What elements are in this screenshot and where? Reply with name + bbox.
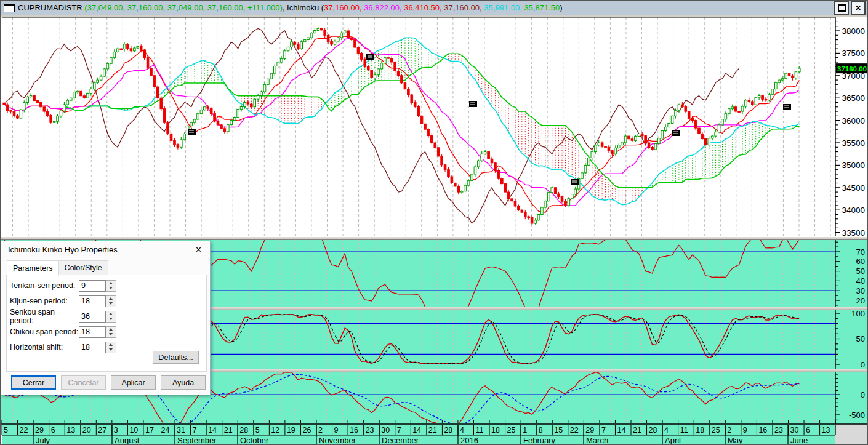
window-title: CUPRUMADISTR (37,049.00, 37,160.00, 37,0… (18, 3, 563, 12)
spinner-up-icon[interactable] (106, 296, 116, 302)
price-axis-label: 35000 (842, 161, 865, 170)
title-segment: 35,991.00, (484, 3, 524, 12)
note-marker-icon (783, 104, 791, 110)
spinner-down-icon[interactable] (106, 347, 116, 353)
price-axis-label: 34500 (842, 183, 865, 193)
week-label: 18 (696, 426, 704, 435)
horizontal-shift-label: Horizontal shift: (10, 343, 79, 351)
chart-window-icon (4, 4, 15, 12)
panel-axis-label: 30 (856, 286, 865, 295)
week-label: 2 (318, 426, 323, 435)
week-label: 5 (255, 426, 260, 435)
spinner-down-icon[interactable] (106, 286, 116, 291)
month-label: September (177, 436, 217, 445)
week-label: 2 (727, 426, 731, 435)
title-segment: 37,160.00, (324, 3, 364, 12)
panel-axis-label: 100 (851, 309, 865, 318)
title-segment: 37,160.00, (444, 3, 484, 12)
month-label: March (586, 436, 608, 445)
senkou-period-label: Senkou span period: (10, 308, 79, 325)
week-label: 28 (444, 426, 452, 435)
week-label: 4 (664, 426, 669, 435)
cerrar-button[interactable]: Cerrar (11, 375, 56, 390)
week-label: 29 (585, 426, 594, 435)
close-button[interactable]: ✕ (851, 1, 866, 15)
note-marker-icon (366, 54, 374, 60)
week-label: 7 (193, 426, 197, 435)
title-segment: CUPRUMADISTR (18, 3, 84, 12)
week-label: 17 (145, 426, 154, 435)
chikou-period-label: Chikou span period: (10, 327, 79, 336)
chikou-period-value[interactable]: 18 (79, 326, 106, 338)
week-label: 21 (428, 426, 437, 435)
price-axis-label: 34000 (842, 206, 865, 215)
note-marker-icon (188, 129, 196, 135)
month-label: February (523, 436, 556, 445)
week-label: 5 (4, 426, 8, 435)
note-marker-icon (672, 130, 680, 136)
title-segment: 36,822.00, (364, 3, 404, 12)
panel-axis-label: 0 (861, 360, 865, 369)
title-segment: ) (560, 3, 562, 12)
dialog-close-icon[interactable]: ✕ (195, 245, 210, 254)
tenkan-period-value[interactable]: 9 (79, 280, 106, 292)
senkou-period-stepper[interactable]: 36 (79, 311, 116, 323)
window-buttons: ✕ (834, 1, 867, 15)
field-row-tenkan: Tenkan-sen period: 9 (10, 279, 195, 292)
month-label: December (382, 436, 419, 445)
close-icon: ✕ (855, 4, 861, 12)
spinner-down-icon[interactable] (106, 332, 116, 337)
month-label: August (115, 436, 140, 445)
note-marker-icon (571, 179, 579, 185)
kijun-period-value[interactable]: 18 (79, 295, 106, 307)
spinner-up-icon[interactable] (106, 281, 116, 286)
spinner-up-icon[interactable] (106, 327, 116, 332)
week-label: 1 (523, 426, 527, 435)
spinner-up-icon[interactable] (106, 311, 116, 317)
price-axis-label: 37500 (842, 49, 865, 58)
spinner-up-icon[interactable] (106, 342, 116, 348)
week-label: 11 (680, 426, 688, 435)
chikou-period-stepper[interactable]: 18 (79, 326, 116, 338)
week-label: 6 (51, 426, 55, 435)
week-label: 13 (66, 426, 75, 435)
panel-axis-label: -500 (849, 411, 865, 420)
week-label: 14 (617, 426, 625, 435)
dialog-title: Ichimoku Kinko Hyo Properties (1, 245, 118, 254)
maximize-icon (838, 4, 846, 12)
spinner-down-icon[interactable] (106, 301, 116, 307)
horizontal-shift-stepper[interactable]: 18 (79, 342, 116, 353)
week-label: 28 (239, 426, 248, 435)
panel-axis-label: 20 (856, 296, 865, 305)
week-label: 27 (98, 426, 106, 435)
tenkan-period-stepper[interactable]: 9 (79, 280, 116, 292)
aplicar-button[interactable]: Aplicar (111, 375, 156, 390)
spinner-down-icon[interactable] (106, 316, 116, 322)
note-marker-icon (469, 101, 477, 107)
week-label: 11 (476, 426, 484, 435)
week-label: 28 (649, 426, 657, 435)
month-label: October (240, 436, 269, 445)
week-label: 8 (539, 426, 543, 435)
panel-axis-label: 50 (856, 334, 865, 343)
senkou-period-value[interactable]: 36 (79, 311, 106, 323)
panel-axis-label: 0 (861, 390, 865, 399)
kijun-period-stepper[interactable]: 18 (79, 295, 116, 307)
horizontal-shift-value[interactable]: 18 (79, 342, 106, 353)
field-row-chikou: Chikou span period: 18 (10, 326, 195, 338)
title-segment: 35,871.50 (524, 3, 560, 12)
tab-color-style[interactable]: Color/Style (58, 260, 108, 276)
cancelar-button[interactable]: Cancelar (61, 375, 106, 390)
month-label: May (728, 436, 743, 445)
week-label: 16 (758, 426, 767, 435)
week-label: 23 (774, 426, 783, 435)
defaults-button[interactable]: Defaults... (153, 351, 199, 364)
month-label: April (665, 436, 681, 445)
tab-parameters[interactable]: Parameters (7, 260, 59, 276)
title-segment: 36,410.50, (404, 3, 444, 12)
price-axis-label: 35500 (842, 138, 865, 148)
maximize-button[interactable] (834, 1, 849, 15)
week-label: 31 (177, 426, 185, 435)
price-axis-label: 38000 (842, 26, 865, 36)
ayuda-button[interactable]: Ayuda (161, 375, 206, 390)
